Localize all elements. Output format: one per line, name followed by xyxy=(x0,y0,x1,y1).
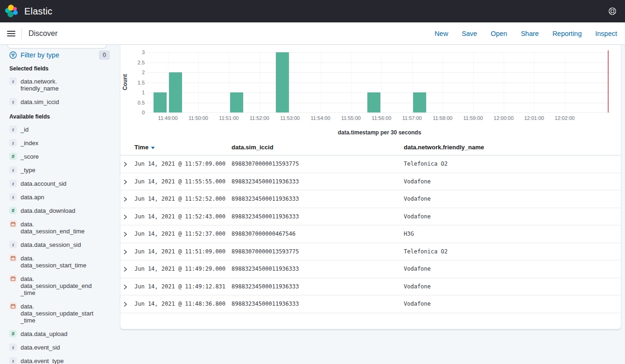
field-_score[interactable]: # _score xyxy=(9,150,114,163)
filter-count-badge: 0 xyxy=(99,50,110,60)
current-time-marker xyxy=(608,50,609,112)
field-data.data_session_update_end_time[interactable]: data.data_session_update_end_time xyxy=(9,272,114,300)
table-row: Jun 14, 2021 @ 11:55:55.000 898832345000… xyxy=(120,173,621,191)
elastic-logo-icon[interactable] xyxy=(5,5,18,18)
expand-row-chevron-icon[interactable] xyxy=(123,249,129,255)
filter-icon xyxy=(9,51,17,59)
histogram-chart: Count data.timestamp per 30 seconds 00.5… xyxy=(120,45,621,138)
field-data.network.friendly_name[interactable]: t data.network.friendly_name xyxy=(9,75,114,95)
x-tick-label: 11:50:00 xyxy=(184,115,212,121)
field-data.data_download[interactable]: # data.data_download xyxy=(9,204,114,217)
field-type-number-icon: # xyxy=(9,153,17,160)
nav-item-share[interactable]: Share xyxy=(521,30,539,37)
field-type-text-icon: t xyxy=(9,343,17,351)
field-_index[interactable]: t _index xyxy=(9,136,114,150)
table-row: Jun 14, 2021 @ 11:49:29.000 898832345000… xyxy=(120,260,621,278)
field-data.apn[interactable]: t data.apn xyxy=(9,190,114,204)
gridline xyxy=(229,52,229,112)
gridline xyxy=(321,52,321,112)
brand-title: Elastic xyxy=(24,6,52,17)
histogram-bar[interactable] xyxy=(367,92,380,112)
gridline xyxy=(351,52,351,112)
x-tick-label: 11:49:00 xyxy=(154,115,182,121)
y-tick-label: 0 xyxy=(124,110,145,115)
x-tick-label: 11:53:00 xyxy=(276,115,304,121)
gridline xyxy=(290,52,290,112)
field-_type[interactable]: t _type xyxy=(9,163,114,177)
x-tick-label: 12:01:00 xyxy=(520,115,548,121)
nav-item-reporting[interactable]: Reporting xyxy=(552,30,582,37)
discover-sidebar: Filter by type 0 Selected fields t data.… xyxy=(0,45,119,364)
field-type-text-icon: t xyxy=(9,166,17,174)
expand-row-chevron-icon[interactable] xyxy=(123,266,129,272)
nav-item-save[interactable]: Save xyxy=(462,30,477,37)
field-type-text-icon: t xyxy=(9,357,17,364)
histogram-bar[interactable] xyxy=(413,92,426,112)
gridline xyxy=(381,52,382,112)
field-data.event_type[interactable]: t data.event_type xyxy=(9,354,114,364)
help-icon[interactable] xyxy=(606,5,618,17)
gridline xyxy=(534,52,534,112)
table-row: Jun 14, 2021 @ 11:52:37.000 898830700000… xyxy=(120,225,621,243)
gridline xyxy=(504,52,504,112)
scrolled-search-box-remnant xyxy=(7,45,106,49)
nav-item-inspect[interactable]: Inspect xyxy=(595,30,617,37)
expand-row-chevron-icon[interactable] xyxy=(123,161,129,167)
histogram-bar[interactable] xyxy=(169,72,182,112)
field-data.data_upload[interactable]: # data.data_upload xyxy=(9,327,114,341)
x-axis-title: data.timestamp per 30 seconds xyxy=(147,129,611,136)
field-data.data_session_end_time[interactable]: data.data_session_end_time xyxy=(9,217,114,238)
sort-desc-icon[interactable] xyxy=(151,144,155,151)
histogram-bar[interactable] xyxy=(276,52,289,112)
field-data.data_session_update_start_time[interactable]: data.data_session_update_start_time xyxy=(9,300,114,327)
field-data.event_sid[interactable]: t data.event_sid xyxy=(9,341,114,354)
breadcrumb: Discover xyxy=(28,29,57,38)
histogram-bar[interactable] xyxy=(230,92,243,112)
gridline xyxy=(260,52,260,112)
expand-row-chevron-icon[interactable] xyxy=(123,179,129,185)
field-data.sim_iccid[interactable]: t data.sim_iccid xyxy=(9,95,114,109)
x-tick-label: 12:02:00 xyxy=(551,115,579,121)
histogram-bar[interactable] xyxy=(154,92,167,112)
x-tick-label: 11:59:00 xyxy=(459,115,487,121)
y-tick-label: 1 xyxy=(124,90,145,95)
y-tick-label: 3 xyxy=(124,50,145,55)
expand-row-chevron-icon[interactable] xyxy=(123,301,129,307)
column-header-sim-iccid: data.sim_iccid xyxy=(232,144,274,151)
column-header-time[interactable]: Time xyxy=(134,144,155,151)
nav-item-new[interactable]: New xyxy=(435,30,448,37)
gridline xyxy=(473,52,474,112)
y-tick-label: 2 xyxy=(124,70,145,75)
app-header: Elastic xyxy=(0,0,625,22)
table-row: Jun 14, 2021 @ 11:52:43.000 898832345000… xyxy=(120,208,621,226)
discover-main-panel: Count data.timestamp per 30 seconds 00.5… xyxy=(120,45,621,329)
field-type-text-icon: t xyxy=(9,241,17,248)
expand-row-chevron-icon[interactable] xyxy=(123,196,129,202)
field-type-text-icon: t xyxy=(9,126,17,133)
field-type-text-icon: t xyxy=(9,180,17,187)
calendar-icon xyxy=(9,275,17,282)
x-tick-label: 11:51:00 xyxy=(215,115,243,121)
available-fields-heading: Available fields xyxy=(9,113,114,120)
filter-by-type-button[interactable]: Filter by type 0 xyxy=(9,50,110,60)
x-tick-label: 11:54:00 xyxy=(307,115,335,121)
table-row: Jun 14, 2021 @ 11:48:36.800 898832345000… xyxy=(120,295,621,313)
field-type-text-icon: t xyxy=(9,98,17,105)
field-_id[interactable]: t _id xyxy=(9,123,114,136)
field-type-text-icon: t xyxy=(9,139,17,147)
y-tick-label: 2.5 xyxy=(124,60,145,65)
expand-row-chevron-icon[interactable] xyxy=(123,214,129,220)
x-tick-label: 11:55:00 xyxy=(337,115,365,121)
gridline xyxy=(412,52,413,112)
field-type-text-icon: t xyxy=(9,77,17,85)
toolbar: Discover NewSaveOpenShareReportingInspec… xyxy=(0,22,625,45)
nav-item-open[interactable]: Open xyxy=(491,30,507,37)
field-data.account_sid[interactable]: t data.account_sid xyxy=(9,177,114,190)
column-header-network: data.network.friendly_name xyxy=(404,144,484,151)
expand-row-chevron-icon[interactable] xyxy=(123,231,129,237)
field-data.data_session_sid[interactable]: t data.data_session_sid xyxy=(9,238,114,252)
expand-row-chevron-icon[interactable] xyxy=(123,284,129,290)
field-data.data_session_start_time[interactable]: data.data_session_start_time xyxy=(9,252,114,272)
top-nav-menu: NewSaveOpenShareReportingInspect xyxy=(435,30,625,37)
menu-hamburger-icon[interactable] xyxy=(2,24,21,43)
